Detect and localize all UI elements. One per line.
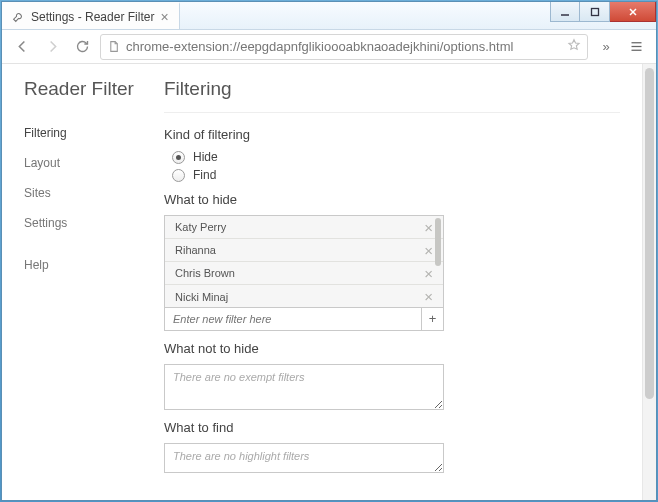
nav-help[interactable]: Help xyxy=(24,250,164,280)
hide-filter-list: Katy Perry× Rihanna× Chris Brown× Nicki … xyxy=(165,216,443,308)
filter-item[interactable]: Chris Brown× xyxy=(165,262,443,285)
scrollbar-thumb[interactable] xyxy=(435,218,441,266)
browser-tab[interactable]: Settings - Reader Filter × xyxy=(2,2,180,29)
remove-icon[interactable]: × xyxy=(424,288,433,305)
filter-text: Chris Brown xyxy=(175,267,235,279)
nav-layout[interactable]: Layout xyxy=(24,148,164,178)
page-icon xyxy=(107,40,120,53)
sidebar: Reader Filter Filtering Layout Sites Set… xyxy=(24,78,164,500)
filter-text: Katy Perry xyxy=(175,221,226,233)
filter-text: Rihanna xyxy=(175,244,216,256)
titlebar: Settings - Reader Filter × xyxy=(2,2,656,30)
content-area: Reader Filter Filtering Layout Sites Set… xyxy=(2,64,656,500)
options-page: Reader Filter Filtering Layout Sites Set… xyxy=(2,64,642,500)
back-button[interactable] xyxy=(10,35,34,59)
find-heading: What to find xyxy=(164,420,620,435)
scrollbar-thumb[interactable] xyxy=(645,68,654,399)
overflow-button[interactable]: » xyxy=(594,35,618,59)
find-textarea[interactable]: There are no highlight filters xyxy=(164,443,444,473)
radio-hide[interactable]: Hide xyxy=(172,150,620,164)
tab-close-icon[interactable]: × xyxy=(160,10,168,24)
radio-label: Find xyxy=(193,168,216,182)
hide-filter-add-row: + xyxy=(165,308,443,330)
page-title: Filtering xyxy=(164,78,620,113)
filter-item[interactable]: Rihanna× xyxy=(165,239,443,262)
window-controls xyxy=(550,2,656,29)
hide-filter-box: Katy Perry× Rihanna× Chris Brown× Nicki … xyxy=(164,215,444,331)
address-bar[interactable]: chrome-extension://eepgdapnfglikioooabkn… xyxy=(100,34,588,60)
radio-icon xyxy=(172,169,185,182)
remove-icon[interactable]: × xyxy=(424,242,433,259)
minimize-button[interactable] xyxy=(550,2,580,22)
hide-heading: What to hide xyxy=(164,192,620,207)
nav-settings[interactable]: Settings xyxy=(24,208,164,238)
reload-button[interactable] xyxy=(70,35,94,59)
radio-icon xyxy=(172,151,185,164)
maximize-button[interactable] xyxy=(580,2,610,22)
not-hide-heading: What not to hide xyxy=(164,341,620,356)
tab-title: Settings - Reader Filter xyxy=(31,10,154,24)
window-close-button[interactable] xyxy=(610,2,656,22)
forward-button[interactable] xyxy=(40,35,64,59)
star-icon[interactable] xyxy=(567,38,581,55)
kind-heading: Kind of filtering xyxy=(164,127,620,142)
nav-filtering[interactable]: Filtering xyxy=(24,118,164,148)
filter-item[interactable]: Katy Perry× xyxy=(165,216,443,239)
not-hide-textarea[interactable]: There are no exempt filters xyxy=(164,364,444,410)
radio-label: Hide xyxy=(193,150,218,164)
page-scrollbar[interactable] xyxy=(642,64,656,500)
menu-button[interactable] xyxy=(624,35,648,59)
radio-find[interactable]: Find xyxy=(172,168,620,182)
filter-scrollbar[interactable] xyxy=(435,218,441,306)
remove-icon[interactable]: × xyxy=(424,219,433,236)
url-text: chrome-extension://eepgdapnfglikioooabkn… xyxy=(126,39,561,54)
browser-window: Settings - Reader Filter × chrome-extens… xyxy=(1,1,657,501)
app-title: Reader Filter xyxy=(24,78,164,100)
add-filter-button[interactable]: + xyxy=(421,308,443,330)
browser-toolbar: chrome-extension://eepgdapnfglikioooabkn… xyxy=(2,30,656,64)
main-panel: Filtering Kind of filtering Hide Find Wh… xyxy=(164,78,620,500)
remove-icon[interactable]: × xyxy=(424,265,433,282)
filter-text: Nicki Minaj xyxy=(175,291,228,303)
hide-filter-input[interactable] xyxy=(165,313,421,325)
wrench-icon xyxy=(12,10,25,23)
filter-item[interactable]: Nicki Minaj× xyxy=(165,285,443,308)
nav-sites[interactable]: Sites xyxy=(24,178,164,208)
svg-rect-1 xyxy=(591,8,598,15)
kind-radios: Hide Find xyxy=(164,150,620,182)
